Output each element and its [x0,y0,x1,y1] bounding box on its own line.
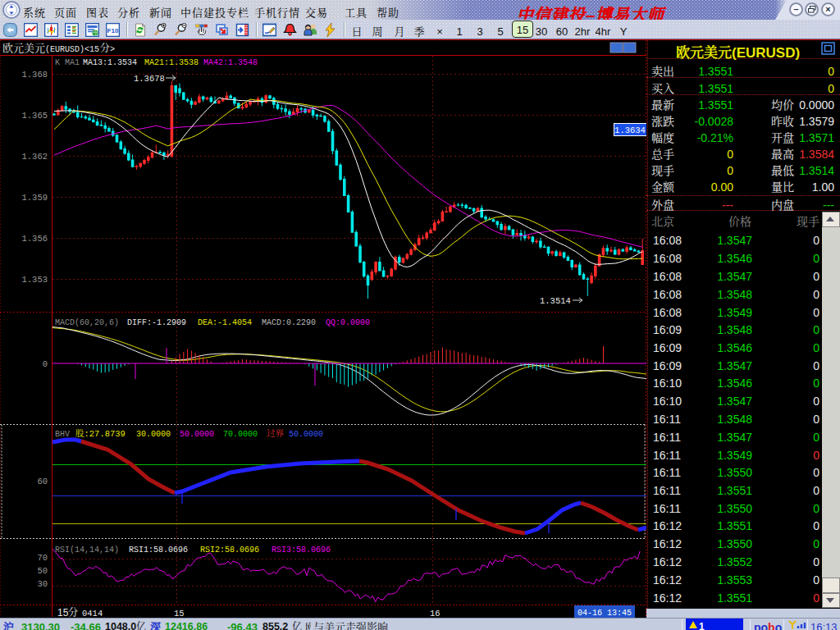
svg-text:股:27.8739: 股:27.8739 [75,427,126,439]
svg-text:K: K [55,58,60,67]
svg-text:欧元美元: 欧元美元 [2,39,45,55]
svg-text:15分: 15分 [57,605,78,618]
svg-text:MA21:1.3538: MA21:1.3538 [144,58,199,67]
svg-text:DEA:-1.4054: DEA:-1.4054 [198,318,252,327]
svg-text:DIFF:-1.2909: DIFF:-1.2909 [127,318,186,327]
svg-text:1.368: 1.368 [21,70,48,80]
svg-text:1.359: 1.359 [21,193,48,203]
svg-text:1.3678: 1.3678 [134,74,165,84]
svg-text:04-16 13:45: 04-16 13:45 [578,609,632,618]
svg-text:>: > [110,45,115,54]
svg-text:60: 60 [37,477,48,486]
svg-text:0: 0 [43,359,48,369]
svg-text:15: 15 [174,609,185,618]
svg-text:70: 70 [37,553,48,563]
svg-text:1.356: 1.356 [21,234,48,244]
svg-text:30: 30 [37,579,48,589]
svg-text:MA1: MA1 [65,58,80,67]
svg-text:MA42:1.3548: MA42:1.3548 [203,58,258,67]
svg-text:MACD(60,20,6): MACD(60,20,6) [55,318,119,327]
svg-text:1.3634: 1.3634 [614,126,646,135]
svg-text:50.0000: 50.0000 [180,430,214,439]
svg-text:MACD:0.2290: MACD:0.2290 [262,318,316,327]
svg-text:RSI3:58.0696: RSI3:58.0696 [272,546,331,555]
svg-text:QQ:0.0000: QQ:0.0000 [326,318,370,327]
svg-text:F10: F10 [107,27,119,34]
svg-text:1.362: 1.362 [21,152,48,162]
svg-text:1.353: 1.353 [21,275,48,285]
svg-text:70.0000: 70.0000 [223,430,258,439]
svg-text:RSI(14,14,14): RSI(14,14,14) [55,546,119,555]
svg-text:1.365: 1.365 [21,111,48,121]
svg-text:16: 16 [430,609,441,618]
svg-text:(EURUSD)<15: (EURUSD)<15 [45,45,99,54]
svg-text:0414: 0414 [82,609,103,618]
svg-text:50.0000: 50.0000 [289,430,323,439]
svg-text:BHV: BHV [55,430,70,439]
svg-text:MA13:1.3534: MA13:1.3534 [83,58,137,67]
svg-text:1.3514: 1.3514 [540,296,571,306]
svg-text:50: 50 [37,566,48,576]
svg-text:RSI1:58.0696: RSI1:58.0696 [129,546,188,555]
svg-text:分: 分 [100,40,110,54]
svg-text:过界: 过界 [267,427,284,439]
svg-text:RSI2:58.0696: RSI2:58.0696 [200,546,259,555]
svg-text:30.0000: 30.0000 [136,430,171,439]
